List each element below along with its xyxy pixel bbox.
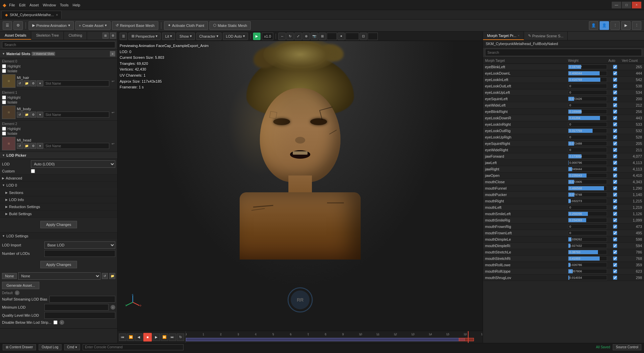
- morph-weight-bar-container[interactable]: 0: [568, 224, 607, 229]
- morph-row[interactable]: jawForward 0.173054 4,077: [483, 153, 644, 160]
- grid-view-icon[interactable]: ⊞: [103, 33, 109, 39]
- make-static-mesh-button[interactable]: ⬡ Make Static Mesh: [209, 21, 251, 30]
- play-icon-button[interactable]: ▶: [621, 21, 631, 30]
- close-button[interactable]: ×: [632, 2, 641, 8]
- reduction-settings-header[interactable]: ▶ Reduction Settings: [0, 203, 117, 210]
- morph-row[interactable]: eyeBlinkRight 0.169496 256: [483, 109, 644, 115]
- tab-morph-target[interactable]: Morph Target Pr... ×: [483, 32, 524, 40]
- morph-weight-bar-container[interactable]: 0: [568, 231, 607, 235]
- morph-weight-bar-container[interactable]: 0: [568, 135, 607, 140]
- morph-row[interactable]: mouthDimpleRi 0.027432 594: [483, 243, 644, 249]
- sections-header[interactable]: ▶ Sections: [0, 189, 117, 196]
- morph-auto-checkbox[interactable]: [613, 186, 617, 190]
- morph-weight-bar-container[interactable]: 0.41003: [568, 256, 607, 261]
- left-search-input[interactable]: [2, 41, 115, 48]
- generate-asset-button[interactable]: Generate Asset...: [2, 282, 39, 289]
- gear-0-button[interactable]: ⚙: [30, 80, 36, 86]
- cam-speed-input[interactable]: 2: [368, 33, 378, 40]
- lod-auto-button[interactable]: LOD Auto ▾: [223, 33, 248, 40]
- highlight-2-checkbox[interactable]: [2, 127, 6, 131]
- output-log-button[interactable]: Output Log: [39, 344, 61, 350]
- lod-folder-button[interactable]: 📁: [109, 273, 115, 279]
- morph-weight-bar-container[interactable]: 0: [568, 122, 607, 127]
- tab-clothing[interactable]: Clothing: [64, 32, 87, 40]
- morph-row[interactable]: eyeLookOutLeft 0 538: [483, 83, 644, 89]
- morph-auto-checkbox[interactable]: [613, 199, 617, 203]
- build-settings-header[interactable]: ▶ Build Settings: [0, 210, 117, 217]
- show-button[interactable]: Show ▾: [176, 33, 195, 40]
- morph-weight-bar-container[interactable]: 0.000796: [568, 160, 607, 165]
- morph-row[interactable]: mouthClose 0.072905 4,343: [483, 179, 644, 185]
- reset-1-button[interactable]: ↺: [17, 112, 23, 118]
- morph-auto-checkbox[interactable]: [613, 78, 617, 82]
- morph-weight-bar-container[interactable]: 0.026786: [568, 263, 607, 267]
- morph-weight-bar-container[interactable]: 0: [568, 205, 607, 210]
- num-lods-input[interactable]: 1: [44, 250, 115, 257]
- morph-auto-checkbox[interactable]: [613, 154, 617, 158]
- viewport-content[interactable]: Previewing Animation FaceCap_ExampleExpo…: [118, 41, 483, 331]
- morph-weight-bar-container[interactable]: 0.406044: [568, 71, 607, 76]
- morph-weight-bar-container[interactable]: 0.014034: [568, 275, 607, 280]
- disable-below-checkbox[interactable]: [53, 320, 57, 324]
- camera-speed-icon-button[interactable]: 📷: [311, 33, 318, 40]
- lod-select[interactable]: Auto (LOD0) LOD 0 LOD 1: [31, 160, 115, 168]
- morph-weight-bar-container[interactable]: 0.234393: [568, 218, 607, 223]
- create-asset-button[interactable]: + Create Asset ▾: [75, 21, 111, 30]
- morph-auto-checkbox[interactable]: [613, 218, 617, 222]
- character-button[interactable]: Character ▾: [196, 33, 222, 40]
- gear-2-button[interactable]: ⚙: [30, 143, 36, 149]
- timeline-play-button[interactable]: ■: [143, 333, 152, 342]
- browse-0-button[interactable]: 📁: [24, 80, 30, 86]
- morph-auto-checkbox[interactable]: [613, 237, 617, 241]
- morph-weight-bar-container[interactable]: 0.072426: [568, 96, 607, 101]
- morph-auto-checkbox[interactable]: [613, 148, 617, 152]
- isolate-2-checkbox[interactable]: [2, 131, 6, 135]
- lod-dropdown-select[interactable]: None: [18, 272, 100, 280]
- morph-auto-checkbox[interactable]: [613, 142, 617, 146]
- morph-tab-close-icon[interactable]: ×: [518, 34, 519, 37]
- apply-changes-lod0-button[interactable]: Apply Changes: [40, 221, 77, 228]
- scale-icon-button[interactable]: ⤢: [294, 33, 302, 40]
- morph-row[interactable]: mouthShrugLov 0.014034 298: [483, 275, 644, 281]
- morph-weight-bar-container[interactable]: 0.057806: [568, 269, 607, 274]
- morph-row[interactable]: mouthRollLowe 0.026786 359: [483, 262, 644, 268]
- sidebar-toggle-button[interactable]: ☰: [3, 21, 12, 30]
- noref-bias-input[interactable]: -1: [49, 296, 116, 303]
- snap-icon-button[interactable]: ✦: [337, 33, 345, 40]
- minimize-button[interactable]: —: [612, 2, 621, 8]
- morph-row[interactable]: mouthSmileRig 0.234393 1,099: [483, 217, 644, 224]
- local-global-icon-button[interactable]: ⊕: [303, 33, 310, 40]
- morph-row[interactable]: eyeBlinkLeft 0.167407 265: [483, 64, 644, 70]
- document-tab[interactable]: ◆ SKM_CyberpunkMetalhe... ×: [1, 11, 62, 19]
- grid-icon-button[interactable]: ⊞: [319, 33, 326, 40]
- slot-name-input-1[interactable]: [44, 112, 109, 118]
- slot-name-input-0[interactable]: [44, 80, 109, 86]
- morph-weight-bar-container[interactable]: 0.049444: [568, 167, 607, 171]
- rotate-icon-button[interactable]: ↻: [286, 33, 294, 40]
- morph-row[interactable]: mouthStretchLe 0.38793 786: [483, 249, 644, 256]
- step-forward-button[interactable]: ▶: [153, 334, 160, 341]
- morph-row[interactable]: eyeLookInRight 0 533: [483, 121, 644, 128]
- cmd-button[interactable]: Cmd ▾: [64, 344, 80, 350]
- morph-weight-bar-container[interactable]: 0: [568, 103, 607, 108]
- isolate-1-checkbox[interactable]: [2, 100, 6, 104]
- dropdown-0-button[interactable]: ▾: [37, 80, 43, 86]
- add-material-slot-button[interactable]: +: [110, 51, 115, 56]
- morph-auto-checkbox[interactable]: [613, 231, 617, 235]
- morph-weight-bar-container[interactable]: 0.173054: [568, 154, 607, 159]
- morph-row[interactable]: mouthStretchRi 0.41003 768: [483, 256, 644, 262]
- reset-2-button[interactable]: ↺: [17, 143, 23, 149]
- morph-row[interactable]: eyeWideRight 0 211: [483, 147, 644, 153]
- user-icon-button[interactable]: 👤: [589, 21, 598, 30]
- morph-auto-checkbox[interactable]: [613, 116, 617, 120]
- arrow-reset-0-button[interactable]: ↩: [111, 79, 115, 83]
- morph-auto-checkbox[interactable]: [613, 122, 617, 126]
- morph-row[interactable]: eyeLookUpLeft 0 534: [483, 89, 644, 96]
- morph-weight-bar-container[interactable]: 0.169496: [568, 109, 607, 114]
- arrow-reset-1-button[interactable]: ↩: [111, 110, 115, 115]
- morph-weight-bar-container[interactable]: 0: [568, 90, 607, 95]
- lit-button[interactable]: Lit ▾: [162, 33, 175, 40]
- dropdown-2-button[interactable]: ▾: [37, 143, 43, 149]
- morph-auto-checkbox[interactable]: [613, 212, 617, 216]
- morph-row[interactable]: eyeLookDownL 0.406044 444: [483, 70, 644, 77]
